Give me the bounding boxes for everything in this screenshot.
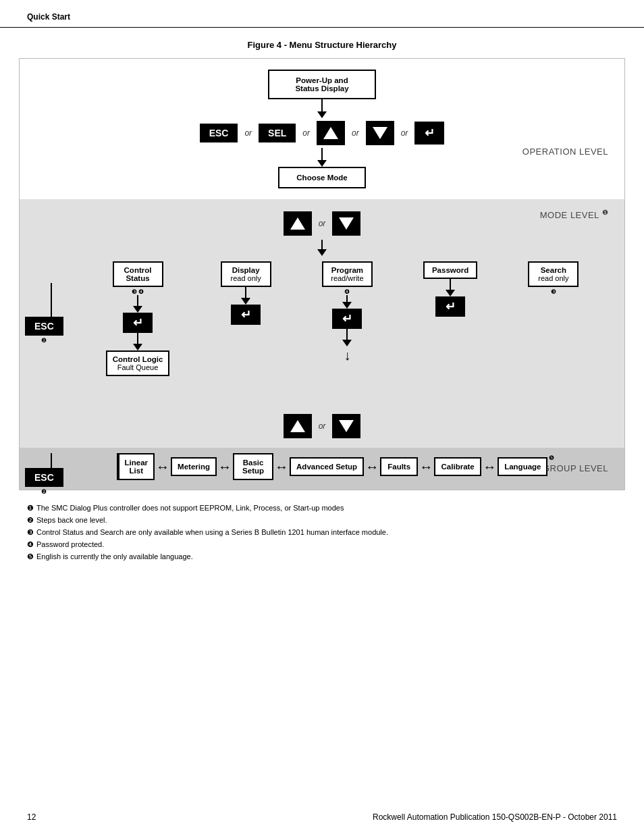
mode-to-group-nav: or	[20, 410, 624, 448]
op-level-label: OPERATION LEVEL	[522, 147, 608, 157]
fn1-num: ❶	[27, 504, 34, 513]
v-connector-mode	[321, 240, 323, 249]
enter-cs[interactable]: ↵	[123, 313, 153, 333]
h-arrow-1: ↔	[156, 459, 169, 475]
esc-button-mode[interactable]: ESC	[25, 317, 63, 336]
sel-button[interactable]: SEL	[259, 124, 296, 142]
op-level-section: OPERATION LEVEL Power-Up andStatus Displ…	[20, 59, 624, 199]
language-box: Language	[498, 457, 547, 476]
disp-v-line	[245, 287, 246, 298]
page-header: Quick Start	[0, 0, 644, 28]
power-up-area: Power-Up andStatus Display ESC or SEL or…	[20, 70, 624, 199]
prog-v-line-2	[346, 329, 348, 340]
mode-item-password: Password ↵	[423, 261, 477, 317]
page-footer: 12 Rockwell Automation Publication 150-Q…	[0, 812, 644, 822]
h-arrow-4: ↔	[365, 459, 379, 475]
footnote-1: ❶ The SMC Dialog Plus controller does no…	[27, 504, 617, 513]
group-items-row: LinearList ↔ Metering ↔ BasicSetup ↔ Adv…	[60, 453, 611, 480]
power-up-box: Power-Up andStatus Display	[268, 70, 376, 99]
prog-v-line	[346, 295, 348, 302]
buttons-row: ESC or SEL or or or ↵	[200, 121, 445, 145]
group-v-from-up	[117, 453, 118, 480]
down-button-group-nav[interactable]	[332, 414, 360, 438]
mode-item-control-status: ControlStatus ❸ ❹ ↵ Control LogicFault Q…	[106, 261, 170, 376]
up-button-mode[interactable]	[284, 211, 312, 236]
fn3-num: ❸	[27, 528, 34, 537]
h-arrow-6: ↔	[483, 459, 496, 475]
prog-arrow	[342, 302, 352, 309]
esc-button-group[interactable]: ESC	[25, 468, 63, 487]
page-number: 12	[27, 812, 36, 822]
down-button-top[interactable]	[366, 121, 394, 145]
pw-arrow	[446, 290, 455, 296]
mode-items-container: ESC ❷ ControlStatus ❸ ❹ ↵ Control LogicF…	[20, 256, 624, 376]
mode-item-display: Displayread only ↵	[221, 261, 271, 325]
h-arrow-3: ↔	[275, 459, 288, 475]
esc-group-area: ESC ❷	[25, 453, 63, 495]
fn4-num: ❹	[27, 540, 34, 549]
display-box: Displayread only	[221, 261, 271, 287]
program-footnotes: ❹	[344, 288, 350, 295]
up-button-group-nav[interactable]	[284, 414, 312, 438]
control-logic-box: Control LogicFault Queue	[106, 350, 170, 376]
faults-box: Faults	[380, 457, 418, 476]
fn3-text: Control Status and Search are only avail…	[36, 528, 388, 537]
footnotes-section: ❶ The SMC Dialog Plus controller does no…	[27, 504, 617, 561]
fn4-text: Password protected.	[36, 540, 104, 549]
prog-to-group: ↓	[344, 348, 350, 363]
enter-display[interactable]: ↵	[231, 305, 261, 325]
fn5-num: ❺	[27, 552, 34, 561]
password-box: Password	[423, 261, 477, 279]
mode-level-section: MODE LEVEL ❶ or ESC ❷	[20, 199, 624, 448]
or-3: or	[352, 128, 359, 138]
or-1: or	[244, 128, 252, 138]
or-mode: or	[319, 219, 326, 228]
cs-v-line	[137, 295, 138, 306]
language-footnote: ❺	[549, 454, 554, 461]
mode-buttons-row: or	[284, 211, 361, 236]
prog-arrow-2	[342, 340, 352, 346]
mode-nav-row: or	[20, 199, 624, 256]
diagram-container: OPERATION LEVEL Power-Up andStatus Displ…	[19, 58, 625, 490]
disp-arrow	[241, 298, 250, 305]
search-footnotes: ❸	[551, 288, 556, 295]
footnote-5: ❺ English is currently the only availabl…	[27, 552, 617, 561]
footnote-2: ❷ Steps back one level.	[27, 516, 617, 525]
fn1-text: The SMC Dialog Plus controller does not …	[36, 504, 344, 513]
linear-list-box: LinearList	[118, 453, 155, 480]
group-inner: ESC ❷ LinearList ↔ Metering ↔ BasicSetup…	[20, 453, 624, 480]
enter-password[interactable]: ↵	[435, 296, 465, 317]
arrow-down-2	[317, 160, 327, 167]
advanced-setup-box: Advanced Setup	[290, 457, 364, 476]
figure-title: Figure 4 - Menu Structure Hierarchy	[0, 40, 644, 50]
h-arrow-5: ↔	[419, 459, 433, 475]
mode-item-program: Programread/write ❹ ↵ ↓	[322, 261, 373, 363]
v-connector-1	[321, 99, 323, 111]
or-2: or	[302, 128, 310, 138]
h-arrow-2: ↔	[218, 459, 232, 475]
cs-v-line-2	[137, 333, 138, 344]
esc-left-area: ESC ❷	[25, 283, 63, 344]
arrow-down-mode	[317, 249, 327, 256]
pw-v-line	[450, 279, 451, 290]
esc-v-line	[51, 283, 52, 317]
enter-program[interactable]: ↵	[332, 309, 362, 329]
up-button-top[interactable]	[317, 121, 345, 145]
control-status-box: ControlStatus	[113, 261, 163, 287]
metering-box: Metering	[171, 457, 217, 476]
fn5-text: English is currently the only available …	[36, 552, 193, 561]
enter-button-top[interactable]: ↵	[414, 122, 444, 145]
esc-button-top[interactable]: ESC	[200, 124, 238, 142]
group-level-section: GROUP LEVEL ESC ❷ LinearList ↔ Metering …	[20, 448, 624, 490]
control-status-footnotes: ❸ ❹	[132, 288, 144, 295]
calibrate-box: Calibrate	[434, 457, 481, 476]
or-4: or	[401, 128, 408, 138]
mode-level-label: MODE LEVEL ❶	[540, 209, 608, 220]
cs-arrow-2	[133, 344, 142, 350]
section-label: Quick Start	[27, 12, 70, 22]
footnote-3: ❸ Control Status and Search are only ava…	[27, 528, 617, 537]
down-button-mode[interactable]	[332, 211, 360, 236]
v-connector-2	[321, 148, 323, 160]
footnote-4: ❹ Password protected.	[27, 540, 617, 549]
or-group-nav: or	[319, 421, 326, 431]
